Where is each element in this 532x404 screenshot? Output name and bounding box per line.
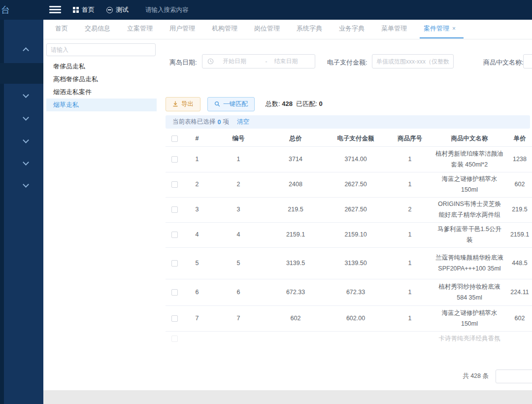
- page-size-select[interactable]: [496, 370, 532, 383]
- table-cell: [505, 332, 532, 336]
- tab-label: 交易信息: [85, 25, 110, 32]
- chevron-up-icon[interactable]: [24, 48, 28, 53]
- tab-1[interactable]: 交易信息: [84, 24, 111, 38]
- category-item-1[interactable]: 高档奢侈品走私: [46, 73, 157, 86]
- row-checkbox[interactable]: [171, 181, 178, 188]
- row-checkbox[interactable]: [171, 289, 178, 296]
- row-checkbox[interactable]: [171, 156, 178, 163]
- nav-test[interactable]: 测试: [106, 5, 129, 14]
- tab-label: 菜单管理: [381, 25, 407, 32]
- category-item-0[interactable]: 奢侈品走私: [46, 60, 157, 73]
- topbar: 台 首页 测试 请输入搜索内容: [0, 0, 532, 20]
- chevron-down-icon[interactable]: [24, 182, 28, 187]
- tab-3[interactable]: 用户管理: [168, 24, 196, 38]
- checkbox-cell: [166, 152, 183, 167]
- clear-selection-link[interactable]: 清空: [237, 118, 249, 126]
- table-cell: 2: [211, 177, 266, 192]
- category-list: 奢侈品走私高档奢侈品走私烟酒走私案件烟草走私: [46, 60, 157, 111]
- table-cell: 602: [266, 311, 325, 326]
- nav-test-label: 测试: [116, 5, 129, 14]
- tab-8[interactable]: 菜单管理: [380, 24, 408, 38]
- tab-close-icon[interactable]: ×: [452, 25, 456, 32]
- nav-home[interactable]: 首页: [73, 5, 95, 14]
- table-cell: 海蓝之谜修护精萃水 150ml: [433, 172, 505, 198]
- table-cell: 卡诗菁纯亮泽经典香氛: [433, 332, 505, 344]
- export-button[interactable]: 导出: [166, 97, 200, 111]
- row-checkbox[interactable]: [171, 135, 178, 142]
- one-click-match-button[interactable]: 一键匹配: [207, 97, 255, 111]
- tab-2[interactable]: 立案管理: [126, 24, 154, 38]
- tab-bar: 首页交易信息立案管理用户管理机构管理岗位管理系统字典业务字典菜单管理案件管理×: [43, 23, 532, 39]
- chevron-down-icon[interactable]: [24, 138, 28, 142]
- start-date-placeholder[interactable]: 开始日期: [223, 57, 246, 66]
- table-cell: 4: [211, 228, 266, 242]
- checkbox-cell: [166, 285, 183, 300]
- chevron-down-icon[interactable]: [24, 160, 28, 165]
- table-cell: 2159.10: [325, 228, 386, 242]
- product-name-input[interactable]: [523, 54, 532, 68]
- row-checkbox[interactable]: [171, 260, 178, 267]
- category-item-2[interactable]: 烟酒走私案件: [46, 86, 157, 99]
- tab-4[interactable]: 机构管理: [211, 24, 238, 38]
- row-checkbox[interactable]: [171, 336, 178, 342]
- page-background-band: [43, 390, 532, 404]
- table-cell: 植村秀羽纱持妆粉底液 584 35ml: [433, 280, 505, 305]
- tab-0[interactable]: 首页: [54, 24, 69, 38]
- table-cell: 602: [505, 177, 532, 192]
- category-item-3[interactable]: 烟草走私: [46, 99, 157, 111]
- table-cell: 7: [183, 311, 211, 326]
- table-cell: 植村秀新琥珀臻萃洁颜油套装 450ml*2: [433, 147, 505, 172]
- checkbox-cell: [166, 202, 183, 217]
- table-cell: 2159.1: [505, 228, 532, 242]
- selection-suffix: 项: [223, 118, 229, 126]
- table-cell: 2408: [266, 177, 325, 192]
- table-cell: ORIGINS韦博士灵芝焕能好底子精华水两件组: [433, 197, 505, 223]
- logo-fragment: 台: [1, 4, 10, 15]
- end-date-placeholder[interactable]: 结束日期: [274, 57, 298, 66]
- tab-9[interactable]: 案件管理×: [423, 24, 457, 38]
- table-cell: 224.11: [505, 285, 532, 300]
- table-cell: 219.5: [505, 202, 532, 217]
- tab-label: 案件管理: [424, 25, 449, 32]
- table-cell: 672.33: [266, 285, 325, 300]
- table-cell: [325, 332, 386, 336]
- tab-5[interactable]: 岗位管理: [253, 24, 281, 38]
- table-cell: 海蓝之谜修护精萃水 150ml: [433, 306, 505, 332]
- table-cell: 1: [386, 311, 433, 326]
- table-cell: 5: [211, 256, 266, 271]
- row-checkbox[interactable]: [171, 232, 178, 238]
- row-checkbox[interactable]: [171, 206, 178, 213]
- table-cell: 3139.5: [266, 256, 325, 271]
- chevron-down-icon[interactable]: [24, 93, 28, 97]
- table-cell: 1: [386, 285, 433, 300]
- table-cell: 3: [211, 202, 266, 217]
- tab-label: 首页: [55, 25, 68, 32]
- tab-7[interactable]: 业务字典: [338, 24, 366, 38]
- tab-6[interactable]: 系统字典: [296, 24, 323, 38]
- date-range-picker[interactable]: 开始日期 - 结束日期: [202, 54, 315, 68]
- clock-icon: [207, 58, 214, 65]
- matched-count: 0: [319, 100, 322, 107]
- sidebar: [0, 20, 43, 404]
- global-search-input[interactable]: 请输入搜索内容: [145, 0, 214, 20]
- sidebar-active-item[interactable]: [0, 63, 43, 84]
- table-cell: 3: [183, 202, 211, 217]
- column-header: 电子支付金额: [325, 132, 386, 146]
- table-cell: 7: [211, 311, 266, 326]
- tab-label: 岗位管理: [254, 25, 280, 32]
- nav-home-label: 首页: [82, 5, 95, 14]
- table-cell: 马爹利蓝带干邑1.5公升装: [433, 222, 505, 248]
- toolbar: 导出 一键匹配 总数: 428 已匹配: 0: [166, 97, 323, 111]
- table-row: 553139.53139.501兰蔻菁纯臻颜精华粉底液SPF20PA+++100…: [166, 248, 532, 279]
- search-icon: [214, 101, 220, 107]
- amount-input[interactable]: [372, 54, 454, 68]
- checkbox-cell: [166, 228, 183, 242]
- category-search-input[interactable]: [46, 43, 156, 56]
- table-cell: 兰蔻菁纯臻颜精华粉底液SPF20PA+++100 35ml: [433, 251, 505, 276]
- tab-label: 机构管理: [212, 25, 237, 32]
- chevron-down-icon[interactable]: [24, 115, 28, 120]
- tab-label: 立案管理: [127, 25, 153, 32]
- table-header-row: #编号总价电子支付金额商品序号商品中文名称单价: [166, 131, 532, 147]
- row-checkbox[interactable]: [171, 315, 178, 322]
- hamburger-menu-icon[interactable]: [49, 6, 61, 14]
